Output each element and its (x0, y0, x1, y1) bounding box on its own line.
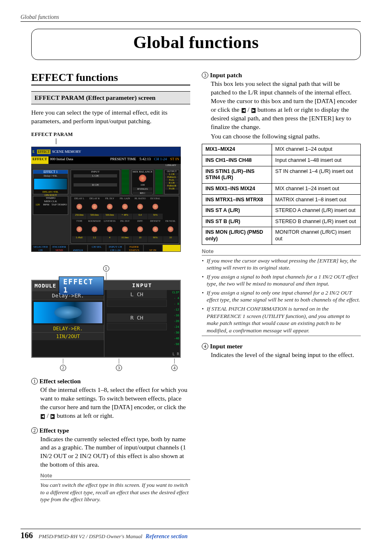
param-knob[interactable] (122, 204, 128, 210)
table-row: INS MON (L/R/C) (PM5D only)MONITOR chann… (202, 227, 361, 244)
param-header: HI. RATIO (133, 197, 148, 203)
effect-io: 1IN/2OUT (32, 333, 104, 340)
output-row[interactable]: Fx1L (165, 179, 178, 181)
callout-4: 4 (171, 365, 178, 371)
param-header: FB. DLY (102, 197, 117, 203)
param-knob[interactable] (76, 204, 82, 210)
param-knob[interactable] (137, 226, 143, 232)
output-row[interactable]: Fx1R (165, 187, 178, 190)
param-value: 500.0ms (87, 214, 102, 220)
module-graphic (34, 179, 67, 189)
output-panel: OUTPUT L CH FxRtn1L Fx1L R CH FxRtn1R Fx… (164, 170, 179, 194)
rec-button[interactable]: REC (133, 191, 152, 195)
right-arrow-icon[interactable]: ▶ (51, 414, 55, 419)
left-arrow-icon[interactable]: ◀ (41, 414, 45, 419)
present-time-label: PRESENT TIME (108, 157, 138, 164)
book-title: PM5D/PM5D-RH V2 / DSP5D Owner's Manual (39, 533, 142, 540)
detail-rch[interactable]: R CH (107, 313, 167, 322)
right-arrow-icon[interactable]: ▶ (251, 108, 256, 113)
param-header: ROOMSIZE (87, 220, 102, 226)
bypass-button[interactable]: BYPASS (133, 187, 152, 191)
detail-empty[interactable] (107, 299, 167, 307)
effect-name-yellow: DELAY->ER. (32, 325, 104, 333)
tempo-midi[interactable]: MIDI CLK (33, 200, 68, 203)
param-header: DENSITY (148, 220, 163, 226)
ch-link: CH 1-24 (152, 157, 168, 164)
bottom-yellow (162, 244, 181, 252)
intro-text: Here you can select the type of internal… (31, 108, 190, 126)
param-knob[interactable] (152, 204, 158, 210)
mix-balance-knob[interactable] (139, 175, 146, 182)
output-row[interactable]: FxRtn1R (165, 184, 178, 187)
screen-tabs (31, 164, 181, 169)
note-heading: Note (40, 472, 190, 479)
screenshot-caption: EFFECT PARAM (31, 131, 190, 138)
output-row[interactable]: L CH (165, 173, 178, 175)
param-knob[interactable] (152, 226, 158, 232)
input-lch[interactable]: L CH (74, 174, 117, 177)
note-heading: Note (202, 248, 361, 254)
chsel: CH SEL (88, 244, 106, 252)
tap-tempo[interactable]: TAP TEMPO (51, 203, 68, 206)
param-header: DELAY R (87, 197, 102, 203)
detail-meter-scale: CLIP- 4- 8-12-16-20-24-30-40-50 (168, 291, 179, 349)
item-effect-selection: 1Effect selection Of the internal effect… (31, 378, 190, 420)
scene-label: E (32, 150, 35, 154)
input-rch[interactable]: R CH (74, 183, 117, 187)
chapter-title: Global functions (32, 32, 360, 52)
item-input-meter: 4Input meter Indicates the level of the … (202, 343, 361, 359)
table-row: INS CH1–INS CH48Input channel 1–48 inser… (202, 155, 361, 166)
left-arrow-icon[interactable]: ◀ (242, 108, 246, 113)
note-list: If you move the cursor away without pres… (202, 257, 361, 334)
detail-empty[interactable] (107, 323, 167, 330)
param-header: FB. GAIN (118, 197, 132, 203)
mix-balance-value: 100 (132, 183, 153, 187)
note-item: If you assign a signal to both input cha… (202, 273, 361, 288)
item-body: This box lets you select the signal path… (211, 80, 361, 131)
param-value: 10 (163, 236, 178, 242)
param-value: 90% (148, 236, 163, 242)
item-number: 1 (31, 378, 38, 385)
param-knob[interactable] (107, 226, 113, 232)
param-knob[interactable] (122, 226, 128, 232)
detail-lch[interactable]: L CH (107, 290, 167, 299)
param-knob[interactable] (76, 226, 82, 232)
table-row: INS MTRX1–INS MTRX8MATRIX channel 1–8 in… (202, 194, 361, 205)
scene-text: 000 Initial Data (48, 157, 75, 164)
input-ch: INPUT CHCH 1-24 (106, 244, 125, 252)
item-body: Of the internal effects 1–8, select the … (40, 386, 190, 420)
tempo-header: TEMPO (33, 196, 68, 200)
param-header: DIFF. (133, 220, 148, 226)
detail-screenshot: MODULE EFFECT 1 Delay->ER. DELAY->ER. 1I… (31, 280, 181, 358)
library-button[interactable]: LIBRARY (162, 164, 180, 168)
effect-param-screenshot: E EFFECT SCENE MEMORY EFFECT 000 Initial… (31, 147, 181, 252)
param-knob[interactable] (107, 204, 113, 210)
item-input-patch: 3Input patch This box lets you select th… (202, 71, 361, 140)
stin-tag: ST IN (168, 157, 181, 164)
input-meter-mini (122, 170, 129, 194)
param-header: DLY.BAL (148, 197, 163, 203)
reference-section: Reference section (145, 533, 187, 540)
item-number: 2 (31, 427, 38, 434)
selected-ch: SELECTED CHCH 1 (31, 244, 50, 252)
mix-balance-panel: MIX BALANCE 100 BYPASS REC (131, 170, 154, 194)
item-body-2: You can choose the following signal path… (211, 132, 361, 141)
param-knob[interactable] (168, 226, 173, 232)
callout-2: 2 (60, 365, 66, 371)
param-knob[interactable] (92, 204, 97, 210)
param-knob[interactable] (137, 204, 143, 210)
mix: #MIX24 (69, 244, 88, 252)
param-header: DELAY L (72, 197, 87, 203)
effect-tag: EFFECT (37, 150, 51, 154)
page-footer: 166 PM5D/PM5D-RH V2 / DSP5D Owner's Manu… (21, 529, 361, 540)
param-header: INI. DLY (118, 220, 132, 226)
detail-screenshot-wrap: 1 MODULE EFFECT 1 Delay->ER. DELAY->ER. … (31, 265, 181, 371)
param-value: 10 (133, 236, 148, 242)
param-header (163, 197, 178, 203)
output-meter-mini (155, 170, 163, 194)
output-row[interactable]: R CH (165, 182, 178, 184)
param-knob[interactable] (92, 226, 97, 232)
param-value: 50% (148, 214, 163, 220)
callout-3: 3 (116, 365, 122, 371)
output-row[interactable]: FxRtn1L (165, 176, 178, 178)
